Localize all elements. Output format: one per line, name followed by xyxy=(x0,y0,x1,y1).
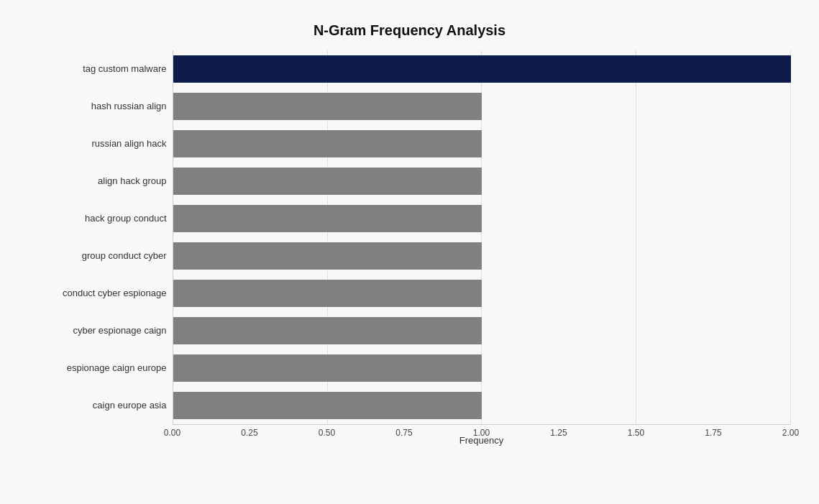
y-label: russian align hack xyxy=(29,125,173,162)
x-tick: 2.00 xyxy=(782,428,799,438)
y-label: espionage caign europe xyxy=(29,349,173,387)
bar-top xyxy=(173,55,791,83)
y-label: conduct cyber espionage xyxy=(29,275,173,312)
x-tick: 1.25 xyxy=(550,428,567,438)
x-tick: 1.50 xyxy=(628,428,644,438)
bar-row xyxy=(173,275,791,312)
bar-other xyxy=(173,168,482,195)
bar-other xyxy=(173,205,482,232)
bar-row xyxy=(173,349,791,387)
chart-title: N-Gram Frequency Analysis xyxy=(29,22,791,39)
bar-row xyxy=(173,200,791,237)
x-tick: 1.00 xyxy=(473,428,490,438)
bar-row xyxy=(173,50,791,88)
bar-row xyxy=(173,88,791,125)
bar-other xyxy=(173,354,482,382)
y-label: hack group conduct xyxy=(29,200,173,237)
bar-other xyxy=(173,93,482,120)
bar-row xyxy=(173,162,791,200)
chart-container: N-Gram Frequency Analysis tag custom mal… xyxy=(14,8,805,497)
x-tick: 0.25 xyxy=(241,428,257,438)
y-label: caign europe asia xyxy=(29,387,173,424)
bar-row xyxy=(173,312,791,349)
plot-area: 0.000.250.500.751.001.251.501.752.00 Fre… xyxy=(173,50,791,446)
x-tick: 1.75 xyxy=(705,428,721,438)
bars-section xyxy=(173,50,791,425)
x-tick: 0.50 xyxy=(319,428,335,438)
chart-area: tag custom malwarehash russian alignruss… xyxy=(29,50,791,446)
bar-row xyxy=(173,125,791,162)
y-label: align hack group xyxy=(29,162,173,200)
bar-row xyxy=(173,387,791,424)
bar-other xyxy=(173,130,482,157)
bar-other xyxy=(173,242,482,270)
y-label: cyber espionage caign xyxy=(29,312,173,349)
y-axis: tag custom malwarehash russian alignruss… xyxy=(29,50,173,446)
y-label: group conduct cyber xyxy=(29,237,173,275)
bar-other xyxy=(173,317,482,344)
bar-other xyxy=(173,280,482,307)
y-label: tag custom malware xyxy=(29,50,173,88)
bar-other xyxy=(173,392,482,419)
x-ticks-row: 0.000.250.500.751.001.251.501.752.00 xyxy=(173,425,791,432)
x-tick: 0.00 xyxy=(164,428,180,438)
x-tick: 0.75 xyxy=(395,428,412,438)
bar-row xyxy=(173,237,791,275)
y-label: hash russian align xyxy=(29,88,173,125)
